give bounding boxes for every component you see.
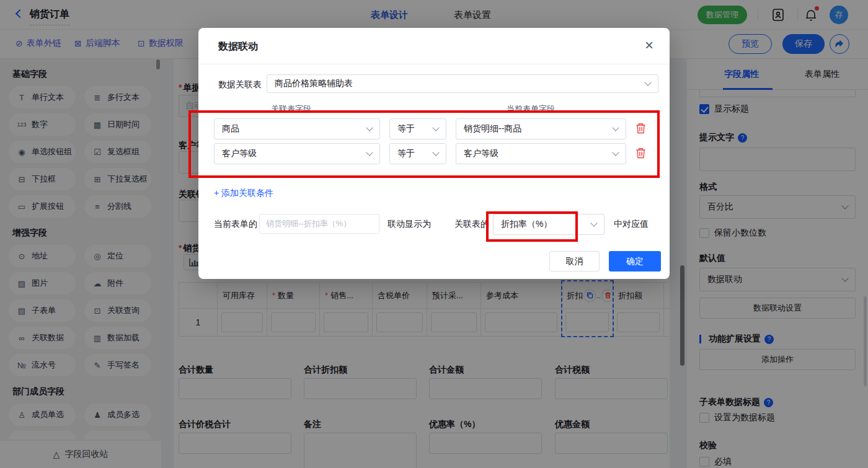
condition-operator-select[interactable]: 等于 [389, 143, 446, 164]
modal-title: 数据联动 [218, 40, 258, 53]
confirm-button[interactable]: 确定 [609, 251, 661, 272]
display-as-label: 联动显示为 [388, 219, 431, 230]
divider [198, 64, 670, 64]
close-icon[interactable]: × [645, 37, 653, 54]
cancel-button[interactable]: 取消 [549, 251, 600, 272]
suffix-label: 中对应值 [614, 219, 649, 230]
related-table-label: 关联表的 [454, 219, 489, 230]
app-root: { "colors": { "accent_blue": "#165dff", … [0, 0, 868, 468]
add-condition-link[interactable]: + 添加关联条件 [214, 188, 273, 199]
relation-table-label: 数据关联表 [218, 79, 262, 91]
delete-condition-icon[interactable] [636, 123, 647, 135]
data-linkage-modal: 数据联动 × 数据关联表 商品价格策略辅助表 关联表字段 当前表单字段 商品 等… [198, 28, 670, 279]
current-form-label: 当前表单的 [214, 219, 257, 230]
condition-right-select[interactable]: 客户等级 [456, 143, 626, 164]
column-header-current: 当前表单字段 [507, 104, 555, 115]
current-field-input-disabled: 销货明细--折扣率（%） [259, 214, 379, 234]
condition-left-select[interactable]: 客户等级 [214, 143, 380, 164]
condition-left-select[interactable]: 商品 [214, 118, 380, 139]
relation-table-select[interactable]: 商品价格策略辅助表 [267, 74, 658, 93]
condition-operator-select[interactable]: 等于 [389, 118, 446, 139]
column-header-related: 关联表字段 [271, 104, 311, 115]
delete-condition-icon[interactable] [636, 148, 647, 160]
related-field-select[interactable]: 折扣率（%） [493, 214, 604, 235]
condition-right-select[interactable]: 销货明细--商品 [456, 118, 626, 139]
